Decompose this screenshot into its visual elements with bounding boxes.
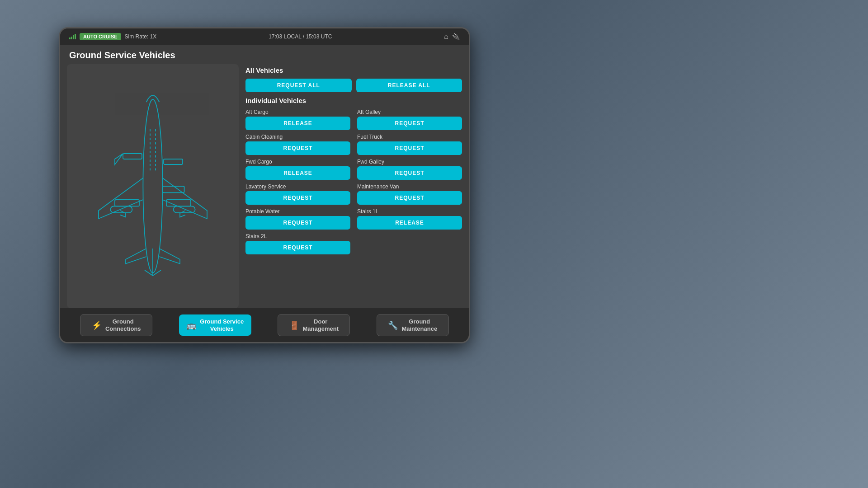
controls-panel: All Vehicles Request All Release All Ind… [245,64,462,308]
vehicle-fwd-cargo: Fwd Cargo RELEASE [245,159,350,180]
vehicle-fuel-truck: Fuel Truck REQUEST [357,134,462,155]
vehicle-aft-galley: Aft Galley REQUEST [357,109,462,130]
door-icon: 🚪 [289,320,299,330]
status-bar: AUTO CRUISE Sim Rate: 1X 17:03 LOCAL / 1… [60,28,469,45]
nav-ground-connections[interactable]: ⚡ GroundConnections [80,314,152,336]
power-icon: ⚡ [92,320,102,330]
truck-icon: 🚌 [186,320,196,330]
fwd-galley-button[interactable]: REQUEST [357,166,462,180]
lavatory-service-label: Lavatory Service [245,183,350,190]
vehicle-potable-water: Potable Water REQUEST [245,208,350,230]
vehicle-fwd-galley: Fwd Galley REQUEST [357,159,462,180]
battery-icon: 🔌 [452,33,460,40]
maintenance-van-button[interactable]: REQUEST [357,191,462,205]
vehicle-cabin-cleaning: Cabin Cleaning REQUEST [245,134,350,155]
cabin-cleaning-button[interactable]: REQUEST [245,141,350,155]
fwd-cargo-label: Fwd Cargo [245,159,350,165]
individual-vehicles-grid: Aft Cargo RELEASE Aft Galley REQUEST Cab… [245,109,462,254]
fuel-truck-button[interactable]: REQUEST [357,141,462,155]
individual-vehicles-title: Individual Vehicles [245,97,462,104]
nav-door-management[interactable]: 🚪 DoorManagement [278,314,350,336]
cabin-cleaning-label: Cabin Cleaning [245,134,350,140]
wrench-icon: 🔧 [388,320,398,330]
svg-rect-4 [164,159,183,164]
potable-water-label: Potable Water [245,208,350,215]
vehicle-aft-cargo: Aft Cargo RELEASE [245,109,350,130]
vehicle-stairs-2l: Stairs 2L REQUEST [245,233,350,254]
all-vehicles-title: All Vehicles [245,66,462,74]
fwd-cargo-button[interactable]: RELEASE [245,166,350,180]
airplane-diagram [67,64,239,308]
release-all-button[interactable]: Release All [356,79,462,92]
vehicle-maintenance-van: Maintenance Van REQUEST [357,183,462,205]
potable-water-button[interactable]: REQUEST [245,216,350,230]
stairs-1l-label: Stairs 1L [357,208,462,215]
lavatory-service-button[interactable]: REQUEST [245,191,350,205]
svg-point-0 [143,99,162,273]
sim-rate: Sim Rate: 1X [125,33,157,40]
bottom-nav: ⚡ GroundConnections 🚌 Ground ServiceVehi… [60,308,469,342]
aft-galley-label: Aft Galley [357,109,462,115]
vehicle-lavatory-service: Lavatory Service REQUEST [245,183,350,205]
request-all-button[interactable]: Request All [245,79,352,92]
svg-rect-1 [110,206,132,212]
aft-cargo-label: Aft Cargo [245,109,350,115]
stairs-1l-button[interactable]: RELEASE [357,216,462,230]
maintenance-van-label: Maintenance Van [357,183,462,190]
signal-icon [69,34,76,39]
stairs-2l-button[interactable]: REQUEST [245,241,350,254]
page-title: Ground Service Vehicles [60,45,469,64]
auto-cruise-badge: AUTO CRUISE [80,33,121,40]
aft-cargo-button[interactable]: RELEASE [245,117,350,130]
nav-ground-service-vehicles[interactable]: 🚌 Ground ServiceVehicles [179,314,251,336]
stairs-2l-label: Stairs 2L [245,233,350,239]
svg-rect-2 [174,206,195,212]
svg-rect-3 [123,154,142,159]
aft-galley-button[interactable]: REQUEST [357,117,462,130]
fwd-galley-label: Fwd Galley [357,159,462,165]
time-display: 17:03 LOCAL / 15:03 UTC [269,33,332,40]
fuel-truck-label: Fuel Truck [357,134,462,140]
vehicle-stairs-1l: Stairs 1L RELEASE [357,208,462,230]
home-icon[interactable]: ⌂ [444,33,448,41]
all-vehicles-row: Request All Release All [245,79,462,92]
nav-ground-maintenance[interactable]: 🔧 GroundMaintenance [377,314,449,336]
